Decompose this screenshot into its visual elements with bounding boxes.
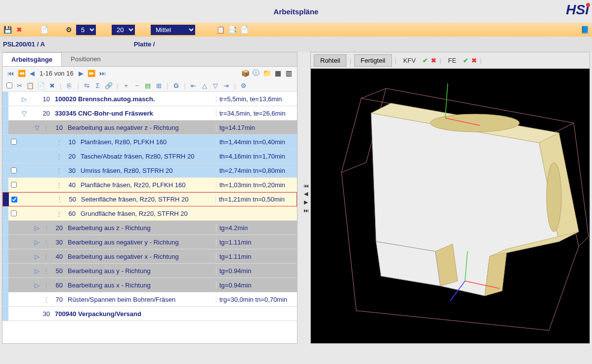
- info-icon[interactable]: ⓘ: [252, 69, 260, 78]
- table-row[interactable]: ▽⋮10Bearbeitung aus negativer z - Richtu…: [2, 121, 297, 135]
- row-checkbox[interactable]: [11, 139, 17, 145]
- kfv-cross-icon[interactable]: ✖: [431, 57, 436, 64]
- row-number: 10: [37, 95, 53, 103]
- tab-positions[interactable]: Positionen: [62, 52, 110, 66]
- expand-icon[interactable]: ▷: [32, 282, 42, 289]
- row-checkbox[interactable]: [11, 182, 17, 188]
- table-row[interactable]: ▷⋮20Bearbeitung aus z - Richtungtg=4.2mi…: [2, 221, 297, 235]
- row-menu-icon[interactable]: ⋮: [55, 153, 63, 160]
- row-checkbox[interactable]: [11, 210, 17, 216]
- next-fast-icon[interactable]: ⏩: [86, 70, 96, 77]
- pdf-icon[interactable]: 📄: [40, 25, 48, 34]
- delete-icon[interactable]: ✖: [15, 25, 24, 34]
- grid1-icon[interactable]: ▦: [273, 69, 282, 78]
- expand-icon[interactable]: ▷: [19, 95, 29, 103]
- sum-icon[interactable]: Σ: [94, 81, 102, 89]
- row-checkbox[interactable]: [11, 197, 17, 202]
- table-row[interactable]: ▷⋮50Bearbeitung aus y - Richtungtg=0.94m…: [2, 264, 297, 278]
- select-count1[interactable]: 5: [76, 25, 96, 35]
- panel-first-icon[interactable]: ⏮: [303, 183, 309, 189]
- next-icon[interactable]: ▶: [78, 70, 85, 77]
- row-menu-icon[interactable]: ⋮: [42, 224, 50, 232]
- cube-icon[interactable]: 📦: [241, 69, 250, 78]
- panel-last-icon[interactable]: ⏭: [303, 207, 309, 213]
- fe-check-icon[interactable]: ✔: [463, 57, 468, 64]
- panel-next-icon[interactable]: ▶: [304, 199, 308, 205]
- table-row[interactable]: ⋮30Umriss fräsen, Rz80, STFRH 20th=2,74m…: [2, 163, 297, 178]
- first-page-icon[interactable]: ⏮: [6, 70, 15, 77]
- table-row[interactable]: ⋮10Planfräsen, Rz80, PLFKH 160th=1,44min…: [2, 135, 297, 149]
- paste-icon[interactable]: 📄: [37, 81, 45, 89]
- last-page-icon[interactable]: ⏭: [98, 70, 107, 77]
- tools-icon[interactable]: ⚙: [64, 25, 73, 34]
- tab-operations[interactable]: Arbeitsgänge: [2, 52, 62, 66]
- up-icon[interactable]: △: [201, 81, 209, 89]
- panel-prev-icon[interactable]: ◀: [304, 191, 308, 197]
- table-row[interactable]: ▷⋮30Bearbeitung aus negativer y - Richtu…: [2, 235, 297, 249]
- row-menu-icon[interactable]: ⋮: [42, 239, 50, 246]
- row-menu-icon[interactable]: ⋮: [55, 138, 63, 146]
- table-row[interactable]: ⋮70Rüsten/Spannen beim Bohren/Fräsentrg=…: [2, 292, 297, 307]
- align1-icon[interactable]: ⇤: [190, 81, 198, 89]
- copy1-icon[interactable]: 📋: [216, 25, 225, 34]
- table-row[interactable]: ⋮20Tasche/Absatz fräsen, Rz80, STFRH 20t…: [2, 149, 297, 163]
- link-icon[interactable]: 🔗: [105, 81, 113, 89]
- row-menu-icon[interactable]: ⋮: [55, 167, 63, 174]
- 3d-viewport[interactable]: [311, 69, 590, 343]
- row-menu-icon[interactable]: ⋮: [42, 267, 50, 275]
- align2-icon[interactable]: ⇥: [222, 81, 230, 89]
- table-row[interactable]: ▷⋮60Bearbeitung aus x - Richtungtg=0.94m…: [2, 278, 297, 292]
- select-size[interactable]: Mittel: [151, 25, 195, 35]
- settings-icon[interactable]: ⚙: [240, 81, 248, 89]
- expand-icon[interactable]: ▷: [32, 267, 42, 275]
- cut-icon[interactable]: ✂: [15, 81, 23, 89]
- tab-fertigteil[interactable]: Fertigteil: [354, 54, 392, 67]
- table-row[interactable]: 30700940 Verpackung/Versand: [2, 307, 297, 321]
- help-icon[interactable]: 📘: [580, 25, 589, 34]
- table-row[interactable]: ▷⋮40Bearbeitung aus negativer x - Richtu…: [2, 249, 297, 264]
- row-menu-icon[interactable]: ⋮: [55, 196, 63, 203]
- save-icon[interactable]: 💾: [3, 25, 12, 34]
- select-all-checkbox[interactable]: [6, 82, 12, 88]
- grid2-icon[interactable]: ▥: [284, 69, 293, 78]
- kfv-check-icon[interactable]: ✔: [423, 57, 428, 64]
- row-menu-icon[interactable]: ⋮: [42, 124, 50, 131]
- plus-icon[interactable]: +: [122, 81, 130, 89]
- row-menu-icon[interactable]: ⋮: [42, 282, 50, 289]
- action2-icon[interactable]: ⇆: [83, 81, 91, 89]
- expand-icon[interactable]: ▽: [19, 110, 29, 117]
- table-row[interactable]: ⋮40Planfläche fräsen, Rz20, PLFKH 160th=…: [2, 178, 297, 192]
- row-menu-icon[interactable]: ⋮: [55, 210, 63, 217]
- prev-fast-icon[interactable]: ⏪: [17, 70, 27, 77]
- expand-icon[interactable]: ▷: [32, 253, 42, 260]
- row-checkbox[interactable]: [11, 167, 17, 173]
- table-row[interactable]: ⋮50Seitenfläche fräsen, Rz20, STFRH 20th…: [2, 192, 297, 206]
- minus-icon[interactable]: −: [133, 81, 141, 89]
- copy2-icon[interactable]: 📑: [228, 25, 237, 34]
- table-row[interactable]: ▽20330345 CNC-Bohr-und Fräswerktr=34,5mi…: [2, 106, 297, 121]
- g-icon[interactable]: G: [172, 81, 180, 89]
- fe-label: FE: [444, 57, 461, 64]
- fe-cross-icon[interactable]: ✖: [471, 57, 477, 64]
- expand-icon[interactable]: ▷: [32, 239, 42, 246]
- tab-rohteil[interactable]: Rohteil: [314, 54, 346, 67]
- copy-icon[interactable]: 📋: [26, 81, 34, 89]
- down-icon[interactable]: ▽: [211, 81, 219, 89]
- table-row[interactable]: ▷10100020 Brennschn.autog.masch.tr=5,5mi…: [2, 92, 297, 106]
- table-row[interactable]: ⋮60Grundfläche fräsen, Rz20, STFRH 20: [2, 206, 297, 221]
- prev-icon[interactable]: ◀: [29, 70, 36, 77]
- row-menu-icon[interactable]: ⋮: [42, 296, 50, 303]
- row-menu-icon[interactable]: ⋮: [55, 181, 63, 189]
- expand-icon[interactable]: ▷: [32, 224, 42, 232]
- grid-icon[interactable]: ⊞: [155, 81, 163, 89]
- list-icon[interactable]: ▤: [144, 81, 152, 89]
- select-count2[interactable]: 20: [112, 25, 135, 35]
- row-description: Seitenfläche fräsen, Rz20, STFRH 20: [79, 196, 215, 203]
- delete-row-icon[interactable]: ✖: [48, 81, 56, 89]
- row-menu-icon[interactable]: ⋮: [42, 253, 50, 260]
- expand-icon[interactable]: ▽: [32, 124, 42, 131]
- folder-icon[interactable]: 📁: [262, 69, 271, 78]
- action1-icon[interactable]: ⎘: [65, 81, 73, 89]
- row-time: th=4,16min tn=1,70min: [216, 153, 297, 160]
- copy3-icon[interactable]: 📄: [240, 25, 249, 34]
